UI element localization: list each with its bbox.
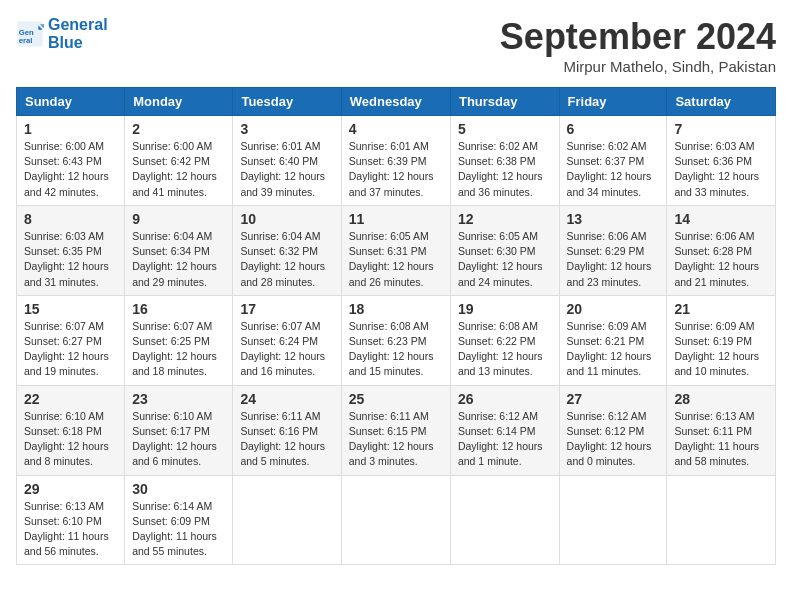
title-block: September 2024 Mirpur Mathelo, Sindh, Pa… xyxy=(500,16,776,75)
calendar-cell: 3 Sunrise: 6:01 AM Sunset: 6:40 PM Dayli… xyxy=(233,116,341,206)
day-number: 8 xyxy=(24,211,117,227)
day-info: Sunrise: 6:08 AM Sunset: 6:22 PM Dayligh… xyxy=(458,319,552,380)
column-header-sunday: Sunday xyxy=(17,88,125,116)
calendar-cell: 26 Sunrise: 6:12 AM Sunset: 6:14 PM Dayl… xyxy=(450,385,559,475)
day-number: 15 xyxy=(24,301,117,317)
calendar-cell: 5 Sunrise: 6:02 AM Sunset: 6:38 PM Dayli… xyxy=(450,116,559,206)
day-info: Sunrise: 6:12 AM Sunset: 6:12 PM Dayligh… xyxy=(567,409,660,470)
day-info: Sunrise: 6:08 AM Sunset: 6:23 PM Dayligh… xyxy=(349,319,443,380)
calendar-cell: 14 Sunrise: 6:06 AM Sunset: 6:28 PM Dayl… xyxy=(667,205,776,295)
calendar-week-5: 29 Sunrise: 6:13 AM Sunset: 6:10 PM Dayl… xyxy=(17,475,776,565)
calendar-cell xyxy=(341,475,450,565)
day-number: 1 xyxy=(24,121,117,137)
day-number: 7 xyxy=(674,121,768,137)
calendar-cell: 2 Sunrise: 6:00 AM Sunset: 6:42 PM Dayli… xyxy=(125,116,233,206)
day-info: Sunrise: 6:04 AM Sunset: 6:34 PM Dayligh… xyxy=(132,229,225,290)
location: Mirpur Mathelo, Sindh, Pakistan xyxy=(500,58,776,75)
calendar-cell: 21 Sunrise: 6:09 AM Sunset: 6:19 PM Dayl… xyxy=(667,295,776,385)
day-number: 18 xyxy=(349,301,443,317)
day-number: 30 xyxy=(132,481,225,497)
day-number: 29 xyxy=(24,481,117,497)
day-info: Sunrise: 6:10 AM Sunset: 6:18 PM Dayligh… xyxy=(24,409,117,470)
day-number: 25 xyxy=(349,391,443,407)
day-number: 19 xyxy=(458,301,552,317)
day-info: Sunrise: 6:13 AM Sunset: 6:10 PM Dayligh… xyxy=(24,499,117,560)
day-number: 13 xyxy=(567,211,660,227)
day-number: 3 xyxy=(240,121,333,137)
day-info: Sunrise: 6:01 AM Sunset: 6:40 PM Dayligh… xyxy=(240,139,333,200)
calendar-cell: 27 Sunrise: 6:12 AM Sunset: 6:12 PM Dayl… xyxy=(559,385,667,475)
day-info: Sunrise: 6:06 AM Sunset: 6:28 PM Dayligh… xyxy=(674,229,768,290)
day-info: Sunrise: 6:13 AM Sunset: 6:11 PM Dayligh… xyxy=(674,409,768,470)
column-header-tuesday: Tuesday xyxy=(233,88,341,116)
calendar-cell: 17 Sunrise: 6:07 AM Sunset: 6:24 PM Dayl… xyxy=(233,295,341,385)
day-info: Sunrise: 6:12 AM Sunset: 6:14 PM Dayligh… xyxy=(458,409,552,470)
day-number: 2 xyxy=(132,121,225,137)
logo: Gen eral General Blue xyxy=(16,16,108,51)
calendar-cell: 8 Sunrise: 6:03 AM Sunset: 6:35 PM Dayli… xyxy=(17,205,125,295)
calendar-cell xyxy=(233,475,341,565)
month-title: September 2024 xyxy=(500,16,776,58)
column-header-monday: Monday xyxy=(125,88,233,116)
day-info: Sunrise: 6:07 AM Sunset: 6:27 PM Dayligh… xyxy=(24,319,117,380)
day-info: Sunrise: 6:11 AM Sunset: 6:16 PM Dayligh… xyxy=(240,409,333,470)
day-info: Sunrise: 6:07 AM Sunset: 6:24 PM Dayligh… xyxy=(240,319,333,380)
calendar-cell: 9 Sunrise: 6:04 AM Sunset: 6:34 PM Dayli… xyxy=(125,205,233,295)
day-info: Sunrise: 6:03 AM Sunset: 6:35 PM Dayligh… xyxy=(24,229,117,290)
calendar-cell: 10 Sunrise: 6:04 AM Sunset: 6:32 PM Dayl… xyxy=(233,205,341,295)
calendar-cell: 1 Sunrise: 6:00 AM Sunset: 6:43 PM Dayli… xyxy=(17,116,125,206)
calendar-week-4: 22 Sunrise: 6:10 AM Sunset: 6:18 PM Dayl… xyxy=(17,385,776,475)
day-info: Sunrise: 6:01 AM Sunset: 6:39 PM Dayligh… xyxy=(349,139,443,200)
page-header: Gen eral General Blue September 2024 Mir… xyxy=(16,16,776,75)
day-number: 5 xyxy=(458,121,552,137)
day-number: 14 xyxy=(674,211,768,227)
day-info: Sunrise: 6:11 AM Sunset: 6:15 PM Dayligh… xyxy=(349,409,443,470)
day-info: Sunrise: 6:10 AM Sunset: 6:17 PM Dayligh… xyxy=(132,409,225,470)
calendar-cell xyxy=(559,475,667,565)
day-info: Sunrise: 6:02 AM Sunset: 6:38 PM Dayligh… xyxy=(458,139,552,200)
day-number: 21 xyxy=(674,301,768,317)
calendar-cell: 28 Sunrise: 6:13 AM Sunset: 6:11 PM Dayl… xyxy=(667,385,776,475)
calendar-cell: 12 Sunrise: 6:05 AM Sunset: 6:30 PM Dayl… xyxy=(450,205,559,295)
calendar-cell: 15 Sunrise: 6:07 AM Sunset: 6:27 PM Dayl… xyxy=(17,295,125,385)
column-header-thursday: Thursday xyxy=(450,88,559,116)
calendar-cell: 29 Sunrise: 6:13 AM Sunset: 6:10 PM Dayl… xyxy=(17,475,125,565)
day-number: 27 xyxy=(567,391,660,407)
column-header-saturday: Saturday xyxy=(667,88,776,116)
day-info: Sunrise: 6:02 AM Sunset: 6:37 PM Dayligh… xyxy=(567,139,660,200)
calendar-cell: 19 Sunrise: 6:08 AM Sunset: 6:22 PM Dayl… xyxy=(450,295,559,385)
calendar-cell: 30 Sunrise: 6:14 AM Sunset: 6:09 PM Dayl… xyxy=(125,475,233,565)
svg-text:eral: eral xyxy=(19,36,33,45)
day-info: Sunrise: 6:05 AM Sunset: 6:31 PM Dayligh… xyxy=(349,229,443,290)
day-info: Sunrise: 6:14 AM Sunset: 6:09 PM Dayligh… xyxy=(132,499,225,560)
day-number: 24 xyxy=(240,391,333,407)
day-number: 22 xyxy=(24,391,117,407)
day-number: 17 xyxy=(240,301,333,317)
calendar-cell: 25 Sunrise: 6:11 AM Sunset: 6:15 PM Dayl… xyxy=(341,385,450,475)
day-number: 10 xyxy=(240,211,333,227)
day-number: 4 xyxy=(349,121,443,137)
calendar-cell: 16 Sunrise: 6:07 AM Sunset: 6:25 PM Dayl… xyxy=(125,295,233,385)
calendar-cell xyxy=(667,475,776,565)
day-number: 6 xyxy=(567,121,660,137)
day-number: 23 xyxy=(132,391,225,407)
calendar-cell: 6 Sunrise: 6:02 AM Sunset: 6:37 PM Dayli… xyxy=(559,116,667,206)
calendar-cell: 11 Sunrise: 6:05 AM Sunset: 6:31 PM Dayl… xyxy=(341,205,450,295)
calendar-cell: 7 Sunrise: 6:03 AM Sunset: 6:36 PM Dayli… xyxy=(667,116,776,206)
day-info: Sunrise: 6:09 AM Sunset: 6:21 PM Dayligh… xyxy=(567,319,660,380)
day-info: Sunrise: 6:00 AM Sunset: 6:42 PM Dayligh… xyxy=(132,139,225,200)
day-info: Sunrise: 6:06 AM Sunset: 6:29 PM Dayligh… xyxy=(567,229,660,290)
day-number: 9 xyxy=(132,211,225,227)
calendar-cell: 18 Sunrise: 6:08 AM Sunset: 6:23 PM Dayl… xyxy=(341,295,450,385)
day-number: 28 xyxy=(674,391,768,407)
calendar-cell: 22 Sunrise: 6:10 AM Sunset: 6:18 PM Dayl… xyxy=(17,385,125,475)
logo-text: General Blue xyxy=(48,16,108,51)
calendar-cell: 24 Sunrise: 6:11 AM Sunset: 6:16 PM Dayl… xyxy=(233,385,341,475)
calendar-week-1: 1 Sunrise: 6:00 AM Sunset: 6:43 PM Dayli… xyxy=(17,116,776,206)
day-info: Sunrise: 6:00 AM Sunset: 6:43 PM Dayligh… xyxy=(24,139,117,200)
calendar-cell xyxy=(450,475,559,565)
day-number: 16 xyxy=(132,301,225,317)
column-header-friday: Friday xyxy=(559,88,667,116)
day-info: Sunrise: 6:03 AM Sunset: 6:36 PM Dayligh… xyxy=(674,139,768,200)
day-info: Sunrise: 6:04 AM Sunset: 6:32 PM Dayligh… xyxy=(240,229,333,290)
